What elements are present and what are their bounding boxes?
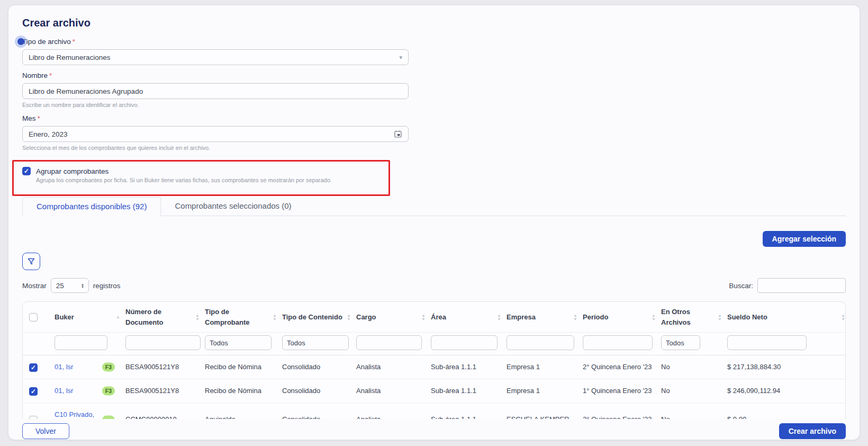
agrupar-comprobantes-hint: Agrupa los comprobantes por ficha. Si un…: [36, 177, 393, 183]
agrupar-comprobantes-group: Agrupar comprobantes Agrupa los comproba…: [22, 167, 393, 183]
cell-buker: C10 Privado, Castillo 10: [50, 403, 121, 419]
cell-tipo-comprobante: Aguinaldo: [201, 403, 278, 419]
cell-cargo: Analista: [352, 379, 427, 403]
page-title: Crear archivo: [22, 17, 846, 29]
mes-label: Mes*: [22, 114, 40, 122]
cell-area: Sub-área 1.1.1: [427, 403, 502, 419]
nombre-input[interactable]: [22, 83, 409, 99]
agrupar-comprobantes-label: Agrupar comprobantes: [36, 167, 108, 175]
nombre-field: Nombre* Escribe un nombre para identific…: [22, 72, 409, 108]
cell-en-otros-archivos: No: [657, 355, 723, 379]
cell-cargo: Analista: [352, 403, 427, 419]
buker-link[interactable]: 01, lsr: [55, 363, 73, 371]
ficha-badge: [102, 415, 115, 419]
mes-value: Enero, 2023: [29, 130, 68, 138]
buscar-label: Buscar:: [729, 282, 753, 290]
cell-numero-documento: BESA9005121Y8: [121, 355, 201, 379]
funnel-icon: [27, 257, 35, 266]
column-header-tipo-comprobante[interactable]: Tipo de Comprobante▴▾: [201, 302, 278, 333]
page-size-select[interactable]: 25 ▴▾: [51, 278, 89, 293]
calendar-icon: [394, 130, 402, 138]
sort-icons: ▴▾: [196, 314, 198, 321]
cell-empresa: ESCUELA KEMPER: [502, 403, 578, 419]
sort-icons: ▴▾: [274, 314, 276, 321]
row-checkbox[interactable]: [29, 363, 38, 372]
buker-link[interactable]: C10 Privado, Castillo 10: [55, 411, 94, 419]
chevron-down-icon: ▾: [399, 54, 402, 61]
ficha-badge: F3: [102, 363, 115, 372]
comprobantes-table: Buker▴ Número de Documento▴▾ Tipo de Com…: [22, 301, 846, 419]
cell-empresa: Empresa 1: [502, 379, 578, 403]
buker-link[interactable]: 01, lsr: [55, 387, 73, 395]
column-header-en-otros-archivos[interactable]: En Otros Archivos▴▾: [657, 302, 723, 333]
table-row: 01, lsrF3 BESA9005121Y8 Recibo de Nómina…: [23, 379, 846, 403]
column-header-periodo[interactable]: Período▴▾: [578, 302, 657, 333]
cell-sueldo-neto: $ 217,138,884.30: [723, 355, 846, 379]
column-header-tipo-contenido[interactable]: Tipo de Contenido▴▾: [278, 302, 352, 333]
tab-comprobantes-seleccionados[interactable]: Comprobantes seleccionados (0): [161, 197, 305, 216]
filter-tipo-contenido-select[interactable]: Todos: [282, 335, 349, 350]
sort-icons: ▴▾: [719, 314, 721, 321]
comprobantes-tabs: Comprobantes disponibles (92) Comprobant…: [22, 197, 846, 216]
nombre-hint: Escribe un nombre para identificar el ar…: [22, 102, 409, 108]
column-header-buker[interactable]: Buker▴: [50, 302, 121, 333]
sort-icons: ▴▾: [422, 314, 424, 321]
column-header-numero-documento[interactable]: Número de Documento▴▾: [121, 302, 201, 333]
filter-numero-documento-input[interactable]: [125, 335, 201, 350]
ficha-badge: F3: [102, 387, 115, 396]
agregar-seleccion-button[interactable]: Agregar selección: [763, 231, 846, 247]
column-header-cargo[interactable]: Cargo▴▾: [352, 302, 427, 333]
cell-en-otros-archivos: No: [657, 403, 723, 419]
search-input[interactable]: [757, 278, 846, 293]
filter-periodo-input[interactable]: [583, 335, 653, 350]
click-indicator-dot: [17, 38, 24, 45]
cell-sueldo-neto: $ 0.00: [723, 403, 846, 419]
filter-sueldo-neto-input[interactable]: [727, 335, 807, 350]
cell-periodo: 1° Quincena Enero '23: [578, 379, 657, 403]
table-filter-row: Todos Todos Todos: [23, 333, 846, 355]
volver-button[interactable]: Volver: [22, 423, 69, 439]
cell-periodo: 2° Quincena Enero '23: [578, 403, 657, 419]
column-header-area[interactable]: Área▴▾: [427, 302, 502, 333]
nombre-label: Nombre*: [22, 72, 52, 79]
tipo-archivo-select[interactable]: Libro de Remuneraciones ▾: [22, 49, 409, 65]
filter-cargo-input[interactable]: [356, 335, 422, 350]
up-down-carets-icon: ▴▾: [82, 283, 84, 288]
tipo-archivo-label: Tipo de archivo*: [22, 38, 75, 46]
registros-label: registros: [93, 282, 121, 290]
filter-empresa-input[interactable]: [507, 335, 574, 350]
row-checkbox[interactable]: [29, 416, 38, 419]
footer-actions: Volver Crear archivo: [22, 423, 846, 439]
sort-asc-icon: ▴: [117, 315, 119, 319]
mes-input[interactable]: Enero, 2023: [22, 126, 409, 142]
select-all-checkbox[interactable]: [29, 313, 38, 322]
sort-icons: ▴▾: [348, 314, 350, 321]
cell-tipo-contenido: Consolidado: [278, 403, 352, 419]
filter-buker-input[interactable]: [55, 335, 107, 350]
mostrar-label: Mostrar: [22, 282, 47, 290]
cell-buker: 01, lsrF3: [50, 379, 121, 403]
column-header-sueldo-neto[interactable]: Sueldo Neto▴▾: [723, 302, 846, 333]
mes-field: Mes* Enero, 2023 Selecciona el mes de lo…: [22, 114, 409, 151]
table-row: C10 Privado, Castillo 10 CCMC00000010 Ag…: [23, 403, 846, 419]
agrupar-comprobantes-checkbox[interactable]: [22, 167, 31, 175]
tab-comprobantes-disponibles[interactable]: Comprobantes disponibles (92): [22, 197, 161, 216]
cell-area: Sub-área 1.1.1: [427, 379, 502, 403]
cell-empresa: Empresa 1: [502, 355, 578, 379]
cell-buker: 01, lsrF3: [50, 355, 121, 379]
cell-en-otros-archivos: No: [657, 379, 723, 403]
crear-archivo-button[interactable]: Crear archivo: [779, 423, 846, 439]
column-header-empresa[interactable]: Empresa▴▾: [502, 302, 578, 333]
cell-numero-documento: BESA9005121Y8: [121, 379, 201, 403]
mes-hint: Selecciona el mes de los comprobantes qu…: [22, 145, 409, 151]
row-checkbox[interactable]: [29, 387, 38, 396]
cell-tipo-contenido: Consolidado: [278, 355, 352, 379]
filter-tipo-comprobante-select[interactable]: Todos: [205, 335, 272, 350]
sort-icons: ▴▾: [653, 314, 655, 321]
filter-area-input[interactable]: [431, 335, 498, 350]
tipo-archivo-field: Tipo de archivo* Libro de Remuneraciones…: [22, 38, 409, 65]
filter-en-otros-archivos-select[interactable]: Todos: [661, 335, 700, 350]
table-row: 01, lsrF3 BESA9005121Y8 Recibo de Nómina…: [23, 355, 846, 379]
cell-numero-documento: CCMC00000010: [121, 403, 201, 419]
filter-button[interactable]: [22, 253, 40, 270]
